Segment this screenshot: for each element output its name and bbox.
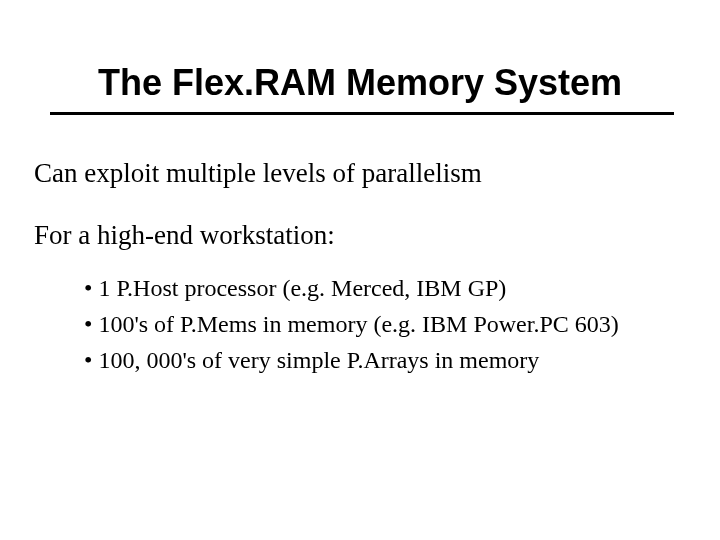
bullet-item: • 100's of P.Mems in memory (e.g. IBM Po… [84, 309, 690, 339]
paragraph-parallelism: Can exploit multiple levels of paralleli… [34, 157, 690, 191]
paragraph-workstation: For a high-end workstation: [34, 219, 690, 253]
bullet-item: • 100, 000's of very simple P.Arrays in … [84, 345, 690, 375]
slide-body: Can exploit multiple levels of paralleli… [0, 115, 720, 375]
bullet-item: • 1 P.Host processor (e.g. Merced, IBM G… [84, 273, 690, 303]
slide: The Flex.RAM Memory System Can exploit m… [0, 0, 720, 540]
slide-title: The Flex.RAM Memory System [0, 0, 720, 112]
bullet-list: • 1 P.Host processor (e.g. Merced, IBM G… [34, 273, 690, 375]
